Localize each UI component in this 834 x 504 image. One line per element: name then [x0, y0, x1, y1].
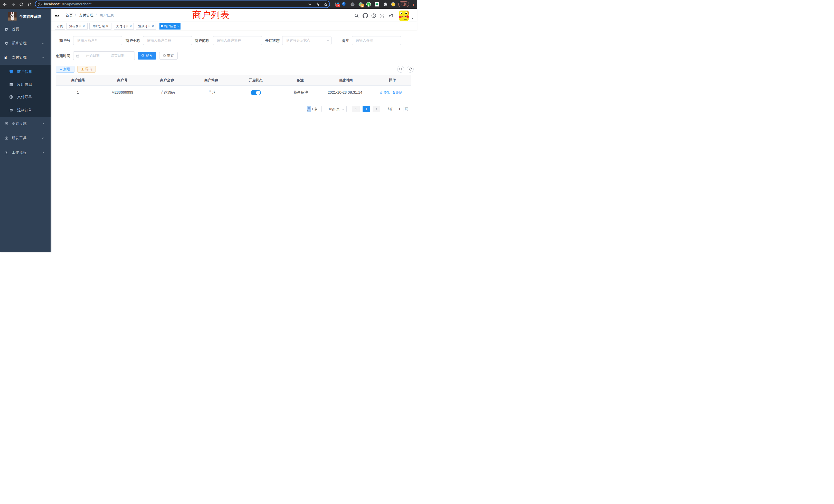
svg-text:y: y [368, 3, 370, 6]
svg-text:⌘: ⌘ [351, 3, 354, 6]
